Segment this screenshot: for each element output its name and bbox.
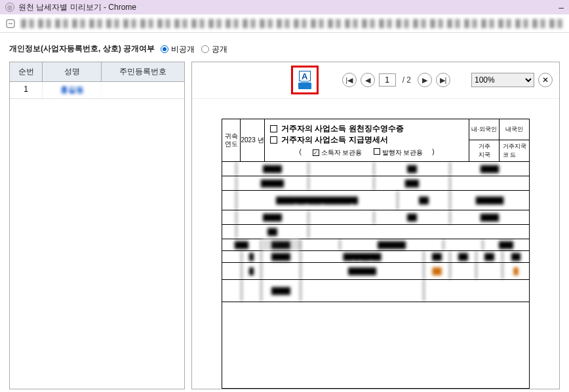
page-total-label: / 2: [400, 75, 414, 85]
minimize-button[interactable]: –: [559, 2, 564, 12]
radio-dot-icon: [161, 45, 168, 53]
doc-header-right: 내·외국인 내국인 거주 지국 거주지국 코 드: [469, 119, 529, 161]
col-no: 순번: [10, 62, 43, 81]
hdr-r1b: 내국인: [500, 119, 529, 140]
app-icon: ◎: [5, 3, 14, 12]
checkbox-icon: [374, 148, 380, 155]
radio-private[interactable]: 비공개: [161, 44, 195, 55]
printer-icon: [298, 83, 311, 89]
hdr-r2a: 거주 지국: [469, 140, 500, 161]
doc-header: 귀속 연도 2023 년 거주자의 사업소득 원천징수영수증 거주자의 사업소득: [222, 119, 529, 162]
col-name: 성명: [43, 62, 102, 81]
col-rrn: 주민등록번호: [102, 62, 184, 81]
url-text: [21, 19, 564, 28]
radio-private-label: 비공개: [171, 44, 195, 55]
radio-public[interactable]: 공개: [201, 44, 227, 55]
first-page-button[interactable]: |◀: [342, 73, 357, 87]
viewer-toolbar: A |◀ ◀ / 2 ▶ ▶| 100% ✕: [192, 62, 559, 99]
hdr-r1a: 내·외국인: [469, 119, 500, 140]
address-bar: [0, 14, 569, 33]
doc-keep-row: ( ✓소득자 보관용 발행자 보관용 ): [270, 148, 463, 157]
doc-title-1: 거주자의 사업소득 원천징수영수증: [270, 123, 463, 134]
window-titlebar: ◎ 원천 납세자별 미리보기 - Chrome –: [0, 0, 569, 14]
radio-dot-icon: [201, 45, 209, 53]
checkbox-icon: [270, 125, 277, 132]
print-button-highlighted[interactable]: A: [291, 66, 319, 94]
viewer-close-button[interactable]: ✕: [538, 73, 553, 87]
document-viewer: A |◀ ◀ / 2 ▶ ▶| 100% ✕ 귀속 연도: [191, 62, 560, 389]
page-number-input[interactable]: [379, 73, 396, 87]
row-name: 홍길동: [43, 82, 102, 98]
row-no: 1: [10, 82, 43, 98]
last-page-button[interactable]: ▶|: [436, 73, 450, 87]
row-rrn: [102, 82, 184, 98]
info-icon: [5, 18, 16, 29]
doc-title-2: 거주자의 사업소득 지급명세서: [270, 134, 463, 146]
checkbox-icon: [270, 136, 277, 144]
prev-page-button[interactable]: ◀: [361, 73, 375, 87]
year-label: 귀속 연도: [222, 119, 241, 161]
privacy-label: 개인정보(사업자등록번호, 상호) 공개여부: [9, 44, 155, 53]
letter-a-icon: A: [299, 71, 311, 81]
taxpayer-list-panel: 순번 성명 주민등록번호 1 홍길동: [9, 62, 185, 389]
document-page: 귀속 연도 2023 년 거주자의 사업소득 원천징수영수증 거주자의 사업소득: [222, 119, 530, 389]
document-area[interactable]: 귀속 연도 2023 년 거주자의 사업소득 원천징수영수증 거주자의 사업소득: [192, 99, 559, 389]
main-content: 순번 성명 주민등록번호 1 홍길동 A |◀ ◀ / 2 ▶ ▶|: [0, 62, 569, 389]
list-header: 순번 성명 주민등록번호: [10, 62, 184, 82]
zoom-select[interactable]: 100%: [471, 73, 534, 87]
next-page-button[interactable]: ▶: [418, 73, 432, 87]
list-row[interactable]: 1 홍길동: [10, 82, 184, 99]
checkbox-checked-icon: ✓: [313, 149, 319, 156]
privacy-option-row: 개인정보(사업자등록번호, 상호) 공개여부 비공개 공개: [0, 33, 569, 62]
year-value: 2023 년: [241, 119, 264, 161]
window-title: 원천 납세자별 미리보기 - Chrome: [18, 2, 136, 13]
doc-body: ██████████ ████████ ████ ██ ███ ██████ █…: [222, 162, 529, 302]
hdr-r2b: 거주지국 코 드: [500, 140, 529, 161]
radio-public-label: 공개: [212, 44, 227, 55]
